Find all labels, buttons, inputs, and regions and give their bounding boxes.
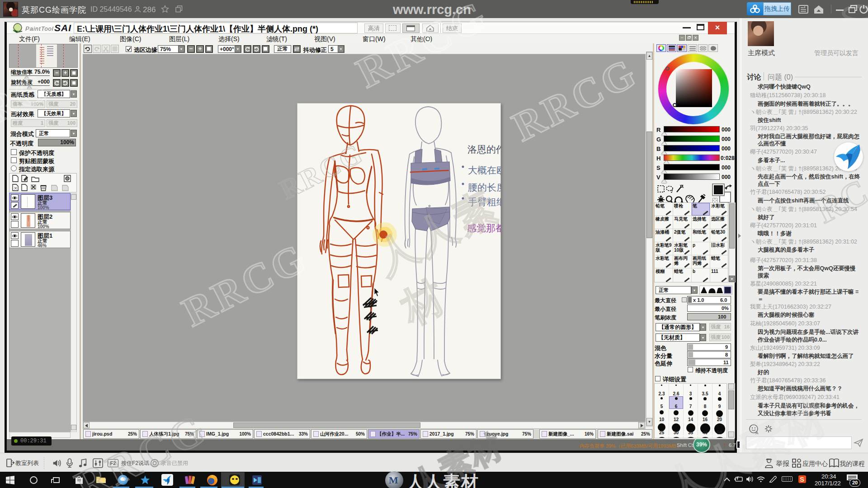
svg-text:洛恩的作: 洛恩的作 xyxy=(467,144,501,155)
